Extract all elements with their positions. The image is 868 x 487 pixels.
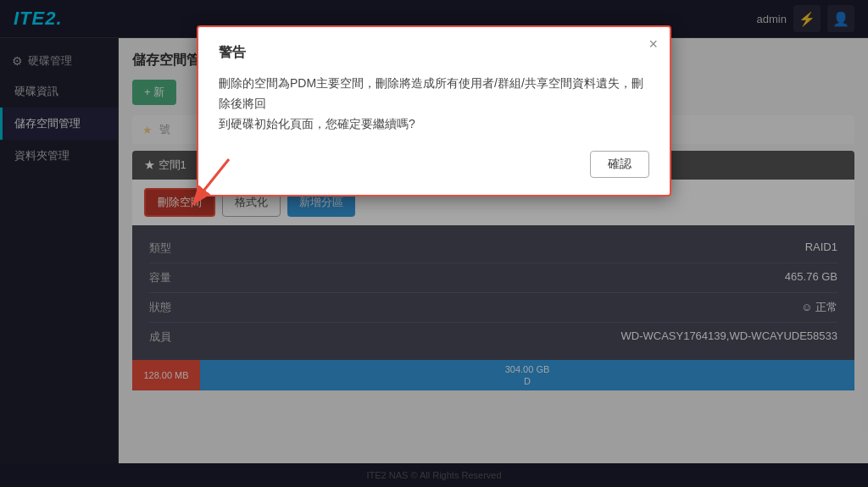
confirm-button[interactable]: 確認 xyxy=(590,151,649,178)
modal-overlay: 警告 × 刪除的空間為PDM主要空間，刪除將造成所有使用者/群組/共享空間資料遺… xyxy=(0,0,868,487)
warning-modal: 警告 × 刪除的空間為PDM主要空間，刪除將造成所有使用者/群組/共享空間資料遺… xyxy=(197,25,671,196)
modal-close-button[interactable]: × xyxy=(648,36,658,53)
modal-footer: 確認 xyxy=(219,151,649,178)
modal-body: 刪除的空間為PDM主要空間，刪除將造成所有使用者/群組/共享空間資料遺失，刪除後… xyxy=(219,74,649,134)
modal-title: 警告 xyxy=(219,44,649,62)
